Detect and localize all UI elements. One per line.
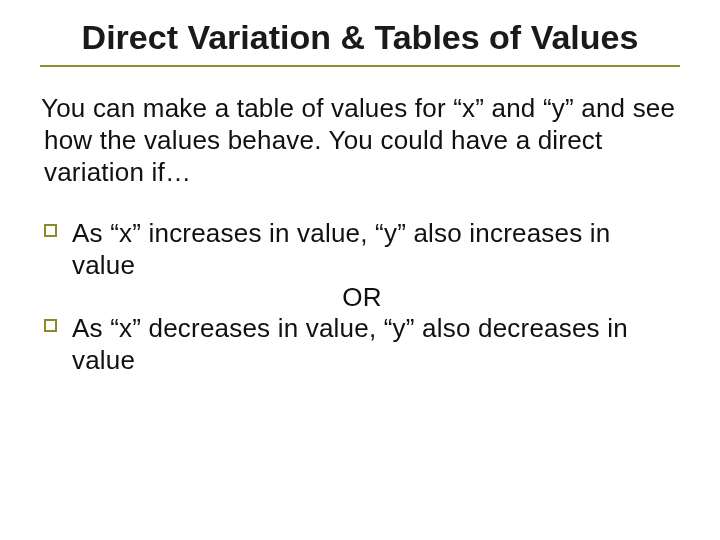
bullet-text: As “x” increases in value, “y” also incr…: [72, 218, 610, 280]
intro-paragraph: You can make a table of values for “x” a…: [40, 93, 680, 188]
square-bullet-icon: [44, 319, 57, 332]
square-bullet-icon: [44, 224, 57, 237]
slide-title: Direct Variation & Tables of Values: [40, 18, 680, 67]
slide: Direct Variation & Tables of Values You …: [0, 0, 720, 540]
bullet-item-1: As “x” increases in value, “y” also incr…: [44, 218, 680, 281]
or-separator: OR: [44, 282, 680, 314]
bullet-list: As “x” increases in value, “y” also incr…: [40, 218, 680, 377]
bullet-text: As “x” decreases in value, “y” also decr…: [72, 313, 628, 375]
bullet-item-2: As “x” decreases in value, “y” also decr…: [44, 313, 680, 376]
